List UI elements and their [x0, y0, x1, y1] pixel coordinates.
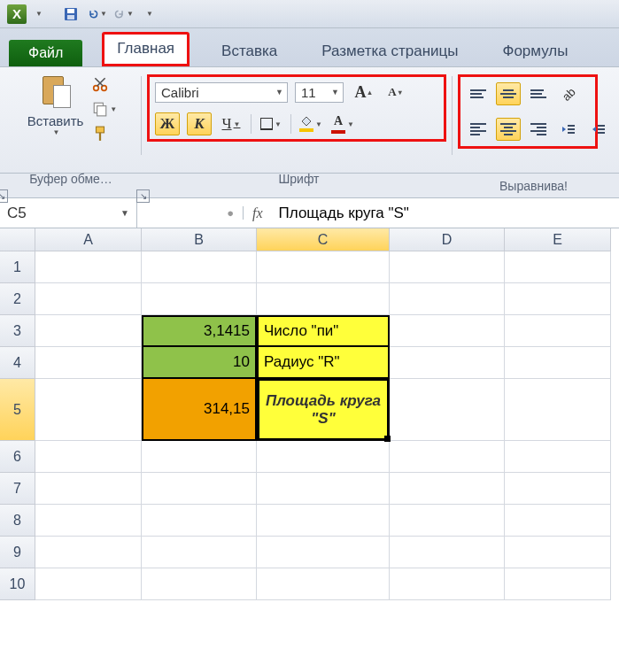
increase-indent-button[interactable] — [586, 118, 611, 141]
tab-formulas[interactable]: Формулы — [490, 37, 580, 66]
name-box[interactable]: C5 ▼ — [0, 198, 137, 228]
col-header-C[interactable]: C — [257, 228, 390, 251]
font-color-button[interactable]: A ▼ — [330, 112, 355, 135]
font-name-combo[interactable]: Calibri ▼ — [155, 82, 288, 103]
cell-D3[interactable] — [390, 315, 505, 347]
col-header-B[interactable]: B — [142, 228, 257, 251]
tab-file[interactable]: Файл — [9, 40, 82, 66]
cell-E9[interactable] — [505, 537, 611, 568]
undo-button[interactable]: ▼ — [88, 4, 107, 24]
cell-D8[interactable] — [390, 505, 505, 537]
row-header-7[interactable]: 7 — [0, 473, 35, 505]
insert-function-button[interactable]: fx — [244, 205, 272, 221]
cell-B4[interactable]: 10 — [142, 347, 257, 379]
cell-D2[interactable] — [390, 283, 505, 315]
align-top-button[interactable] — [466, 82, 491, 105]
bold-button[interactable]: Ж — [155, 112, 180, 135]
qat-customize-icon[interactable]: ▼ — [146, 10, 153, 18]
tab-insert[interactable]: Вставка — [209, 37, 290, 66]
cell-D5[interactable] — [390, 379, 505, 441]
cell-E6[interactable] — [505, 441, 611, 473]
cell-D4[interactable] — [390, 347, 505, 379]
cell-E5[interactable] — [505, 379, 611, 441]
cell-C1[interactable] — [257, 251, 390, 283]
cell-B7[interactable] — [142, 473, 257, 505]
align-right-button[interactable] — [526, 118, 551, 141]
tab-home[interactable]: Главная — [102, 32, 190, 66]
select-all-corner[interactable] — [0, 228, 35, 251]
col-header-A[interactable]: A — [35, 228, 142, 251]
cell-C5[interactable]: Площадь круга "S" — [257, 379, 390, 441]
cell-B1[interactable] — [142, 251, 257, 283]
app-menu-icon[interactable]: ▼ — [35, 10, 43, 18]
cell-C6[interactable] — [257, 441, 390, 473]
save-button[interactable] — [61, 4, 81, 24]
cell-A2[interactable] — [35, 283, 142, 315]
redo-button[interactable]: ▼ — [114, 4, 134, 24]
cell-D1[interactable] — [390, 251, 505, 283]
cell-D10[interactable] — [390, 568, 505, 600]
row-header-10[interactable]: 10 — [0, 568, 35, 600]
cell-E3[interactable] — [505, 315, 611, 347]
row-header-8[interactable]: 8 — [0, 505, 35, 537]
spreadsheet-grid[interactable]: A B C D E 1 2 3 3,1415 Число "пи" 4 10 Р… — [0, 228, 619, 600]
cell-B2[interactable] — [142, 283, 257, 315]
cell-A7[interactable] — [35, 473, 142, 505]
cell-D9[interactable] — [390, 537, 505, 568]
cell-C3[interactable]: Число "пи" — [257, 315, 390, 347]
cell-A5[interactable] — [35, 379, 142, 441]
cell-C2[interactable] — [257, 283, 390, 315]
row-header-9[interactable]: 9 — [0, 537, 35, 568]
grow-font-button[interactable]: A▴ — [351, 81, 375, 104]
shrink-font-button[interactable]: A▾ — [383, 81, 407, 104]
cell-E2[interactable] — [505, 283, 611, 315]
formula-input[interactable] — [272, 205, 619, 222]
cell-D7[interactable] — [390, 473, 505, 505]
cell-E10[interactable] — [505, 568, 611, 600]
cell-B5[interactable]: 314,15 — [142, 379, 257, 441]
cut-button[interactable] — [92, 76, 117, 92]
row-header-3[interactable]: 3 — [0, 315, 35, 347]
cell-B3[interactable]: 3,1415 — [142, 315, 257, 347]
cell-A9[interactable] — [35, 537, 142, 568]
col-header-D[interactable]: D — [390, 228, 505, 251]
cell-A4[interactable] — [35, 347, 142, 379]
row-header-2[interactable]: 2 — [0, 283, 35, 315]
copy-button[interactable]: ▼ — [92, 101, 117, 117]
cell-C10[interactable] — [257, 568, 390, 600]
cell-E8[interactable] — [505, 505, 611, 537]
cell-A3[interactable] — [35, 315, 142, 347]
align-left-button[interactable] — [466, 118, 491, 141]
cell-A6[interactable] — [35, 441, 142, 473]
cell-C8[interactable] — [257, 505, 390, 537]
paste-button[interactable]: Вставить ▼ — [27, 74, 84, 136]
cell-B8[interactable] — [142, 505, 257, 537]
cell-B9[interactable] — [142, 537, 257, 568]
row-header-6[interactable]: 6 — [0, 441, 35, 473]
align-middle-button[interactable] — [496, 82, 521, 105]
row-header-5[interactable]: 5 — [0, 379, 35, 441]
clipboard-launcher-icon[interactable]: ↘ — [0, 189, 8, 203]
cell-B6[interactable] — [142, 441, 257, 473]
cell-C7[interactable] — [257, 473, 390, 505]
align-bottom-button[interactable] — [526, 82, 551, 105]
cell-C9[interactable] — [257, 537, 390, 568]
font-size-combo[interactable]: 11 ▼ — [295, 82, 344, 103]
col-header-E[interactable]: E — [505, 228, 611, 251]
underline-button[interactable]: Ч▼ — [219, 112, 244, 135]
cell-A8[interactable] — [35, 505, 142, 537]
align-center-button[interactable] — [496, 118, 521, 141]
decrease-indent-button[interactable] — [556, 118, 581, 141]
cell-E1[interactable] — [505, 251, 611, 283]
row-header-4[interactable]: 4 — [0, 347, 35, 379]
cell-E7[interactable] — [505, 473, 611, 505]
orientation-button[interactable]: ab — [556, 82, 581, 105]
cell-E4[interactable] — [505, 347, 611, 379]
row-header-1[interactable]: 1 — [0, 251, 35, 283]
font-launcher-icon[interactable]: ↘ — [136, 189, 150, 203]
fill-color-button[interactable]: ▼ — [298, 112, 323, 135]
italic-button[interactable]: К — [187, 112, 212, 135]
borders-button[interactable]: ▼ — [259, 112, 283, 135]
cell-C4[interactable]: Радиус "R" — [257, 347, 390, 379]
cell-A10[interactable] — [35, 568, 142, 600]
